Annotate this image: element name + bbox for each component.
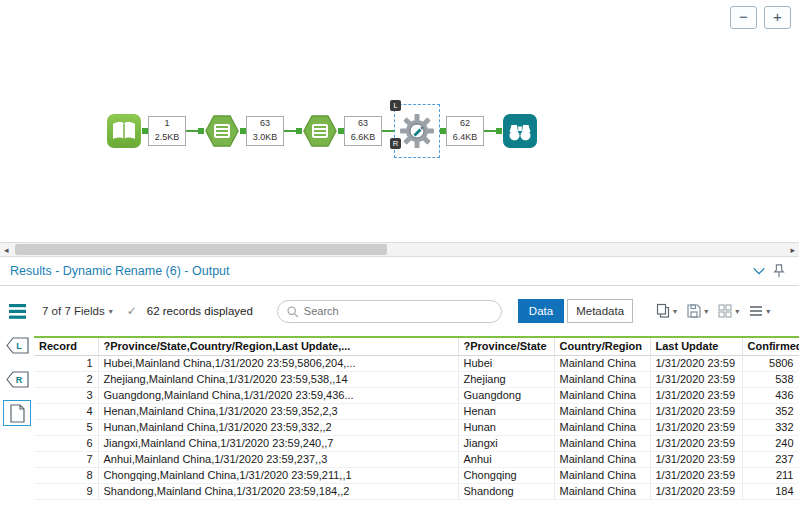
table-cell[interactable]: 4 (34, 403, 98, 419)
table-cell[interactable]: 1/31/2020 23:59 (650, 467, 742, 483)
table-cell[interactable]: 240 (742, 435, 799, 451)
data-view-button[interactable]: Data (518, 299, 564, 323)
table-cell[interactable]: Jiangxi (458, 435, 554, 451)
annotation-box[interactable]: 63 6.6KB (344, 116, 382, 146)
table-cell[interactable]: Henan,Mainland China,1/31/2020 23:59,352… (98, 403, 458, 419)
table-cell[interactable]: Guangdong,Mainland China,1/31/2020 23:59… (98, 387, 458, 403)
zoom-in-button[interactable]: + (764, 6, 791, 29)
table-cell[interactable]: 3 (34, 387, 98, 403)
table-row[interactable]: 8Chongqing,Mainland China,1/31/2020 23:5… (34, 467, 799, 483)
zoom-out-button[interactable]: − (730, 6, 757, 29)
table-cell[interactable]: 5806 (742, 355, 799, 371)
column-header[interactable]: Last Update (650, 338, 742, 355)
right-input-anchor-button[interactable]: R (3, 366, 31, 392)
table-cell[interactable]: Mainland China (554, 419, 650, 435)
dynamic-rename-tool-selected[interactable]: L R (394, 104, 440, 158)
connections-view-button[interactable] (3, 298, 31, 324)
table-row[interactable]: 3Guangdong,Mainland China,1/31/2020 23:5… (34, 387, 799, 403)
table-cell[interactable]: Mainland China (554, 483, 650, 499)
table-row[interactable]: 9Shandong,Mainland China,1/31/2020 23:59… (34, 483, 799, 499)
search-input[interactable] (304, 305, 493, 317)
table-row[interactable]: 6Jiangxi,Mainland China,1/31/2020 23:59,… (34, 435, 799, 451)
annotation-box[interactable]: 1 2.5KB (148, 116, 186, 146)
table-cell[interactable]: Hunan,Mainland China,1/31/2020 23:59,332… (98, 419, 458, 435)
table-row[interactable]: 7Anhui,Mainland China,1/31/2020 23:59,23… (34, 451, 799, 467)
search-box[interactable] (277, 300, 502, 323)
table-cell[interactable]: Mainland China (554, 451, 650, 467)
workflow-canvas[interactable]: − + 1 2.5KB (0, 0, 799, 242)
transform-tool-1[interactable] (204, 113, 240, 149)
table-cell[interactable]: Guangdong (458, 387, 554, 403)
table-row[interactable]: 1Hubei,Mainland China,1/31/2020 23:59,58… (34, 355, 799, 371)
column-header[interactable]: Record (34, 338, 98, 355)
table-cell[interactable]: Mainland China (554, 371, 650, 387)
table-cell[interactable]: 1/31/2020 23:59 (650, 371, 742, 387)
copy-button[interactable]: ▾ (653, 301, 679, 321)
table-cell[interactable]: 184 (742, 483, 799, 499)
table-cell[interactable]: 436 (742, 387, 799, 403)
table-cell[interactable]: 2 (34, 371, 98, 387)
column-header[interactable]: ?Province/State,Country/Region,Last Upda… (98, 338, 458, 355)
table-cell[interactable]: Mainland China (554, 387, 650, 403)
table-cell[interactable]: Mainland China (554, 355, 650, 371)
table-cell[interactable]: Zhejiang (458, 371, 554, 387)
left-input-anchor-button[interactable]: L (3, 332, 31, 358)
output-anchor-button-selected[interactable] (3, 400, 31, 426)
table-cell[interactable]: Hubei,Mainland China,1/31/2020 23:59,580… (98, 355, 458, 371)
table-cell[interactable]: 1 (34, 355, 98, 371)
table-cell[interactable]: 8 (34, 467, 98, 483)
transform-tool-2[interactable] (302, 113, 338, 149)
table-cell[interactable]: Mainland China (554, 435, 650, 451)
table-cell[interactable]: 9 (34, 483, 98, 499)
table-cell[interactable]: 5 (34, 419, 98, 435)
table-cell[interactable]: Jiangxi,Mainland China,1/31/2020 23:59,2… (98, 435, 458, 451)
table-cell[interactable]: 1/31/2020 23:59 (650, 419, 742, 435)
table-cell[interactable]: 1/31/2020 23:59 (650, 451, 742, 467)
table-cell[interactable]: Henan (458, 403, 554, 419)
column-header[interactable]: Confirmed (742, 338, 799, 355)
table-cell[interactable]: Zhejiang,Mainland China,1/31/2020 23:59,… (98, 371, 458, 387)
table-cell[interactable]: 332 (742, 419, 799, 435)
table-cell[interactable]: 211 (742, 467, 799, 483)
annotation-box[interactable]: 62 6.4KB (446, 116, 484, 146)
table-cell[interactable]: 1/31/2020 23:59 (650, 483, 742, 499)
scrollbar-thumb[interactable] (15, 244, 387, 255)
table-cell[interactable]: Anhui (458, 451, 554, 467)
table-cell[interactable]: Hunan (458, 419, 554, 435)
scroll-left-arrow[interactable]: ◂ (4, 245, 9, 255)
table-cell[interactable]: Chongqing,Mainland China,1/31/2020 23:59… (98, 467, 458, 483)
table-cell[interactable]: Anhui,Mainland China,1/31/2020 23:59,237… (98, 451, 458, 467)
metadata-view-button[interactable]: Metadata (567, 299, 633, 323)
save-button[interactable]: ▾ (684, 301, 710, 321)
fields-dropdown[interactable]: 7 of 7 Fields ▾ (42, 305, 113, 317)
results-grid-container[interactable]: Record?Province/State,Country/Region,Las… (34, 336, 799, 521)
browse-tool[interactable] (502, 113, 538, 149)
table-cell[interactable]: 1/31/2020 23:59 (650, 387, 742, 403)
table-row[interactable]: 5Hunan,Mainland China,1/31/2020 23:59,33… (34, 419, 799, 435)
options-menu-button[interactable]: ▾ (746, 302, 772, 320)
export-button[interactable]: ▾ (715, 301, 741, 321)
pin-panel-button[interactable] (769, 261, 789, 281)
annotation-box[interactable]: 63 3.0KB (246, 116, 284, 146)
table-cell[interactable]: 352 (742, 403, 799, 419)
table-cell[interactable]: Shandong,Mainland China,1/31/2020 23:59,… (98, 483, 458, 499)
table-cell[interactable]: Mainland China (554, 467, 650, 483)
scroll-right-arrow[interactable]: ▸ (790, 245, 795, 255)
horizontal-scrollbar[interactable]: ◂ ▸ (0, 242, 799, 257)
column-header[interactable]: Country/Region (554, 338, 650, 355)
table-row[interactable]: 4Henan,Mainland China,1/31/2020 23:59,35… (34, 403, 799, 419)
table-cell[interactable]: 237 (742, 451, 799, 467)
table-row[interactable]: 2Zhejiang,Mainland China,1/31/2020 23:59… (34, 371, 799, 387)
table-cell[interactable]: Mainland China (554, 403, 650, 419)
input-data-tool[interactable] (106, 113, 142, 149)
table-cell[interactable]: 7 (34, 451, 98, 467)
table-cell[interactable]: Shandong (458, 483, 554, 499)
table-cell[interactable]: 6 (34, 435, 98, 451)
table-cell[interactable]: Chongqing (458, 467, 554, 483)
table-cell[interactable]: 1/31/2020 23:59 (650, 435, 742, 451)
table-cell[interactable]: Hubei (458, 355, 554, 371)
collapse-results-button[interactable] (749, 261, 769, 281)
table-cell[interactable]: 1/31/2020 23:59 (650, 355, 742, 371)
table-cell[interactable]: 1/31/2020 23:59 (650, 403, 742, 419)
table-cell[interactable]: 538 (742, 371, 799, 387)
